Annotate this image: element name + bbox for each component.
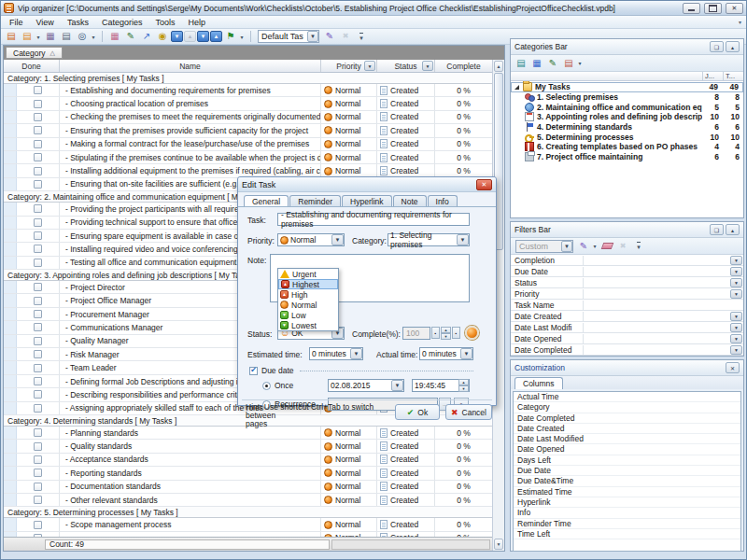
estimated-time-arrow-icon[interactable]: ▼ (350, 348, 362, 359)
done-checkbox[interactable] (34, 442, 42, 451)
priority-combo[interactable]: Normal ▼ (277, 233, 345, 246)
done-checkbox[interactable] (34, 140, 42, 148)
status-cell[interactable]: Created (377, 84, 435, 96)
task-row[interactable]: - Ensuring that the premises provide suf… (4, 124, 492, 137)
filter-dropdown-icon[interactable]: ▼ (730, 267, 742, 276)
task-name-cell[interactable]: - Quality standards (60, 440, 321, 452)
new-organizer-icon[interactable] (20, 30, 35, 43)
status-filter-button[interactable]: ▼ (422, 61, 433, 71)
priority-option-low[interactable]: ▼Low (278, 310, 338, 320)
column-option[interactable]: Time Left (514, 529, 740, 539)
status-cell[interactable]: Created (377, 151, 435, 163)
new-category-icon[interactable] (514, 57, 529, 70)
complete-cell[interactable]: 0 % (435, 518, 492, 530)
filter-row[interactable]: Completion▼ (511, 255, 743, 266)
status-cell[interactable]: Created (377, 97, 435, 109)
priority-filter-button[interactable]: ▼ (364, 61, 375, 71)
actual-time-arrow-icon[interactable]: ▼ (460, 348, 472, 359)
status-cell[interactable]: Created (377, 111, 435, 123)
done-checkbox[interactable] (34, 350, 42, 358)
done-checkbox[interactable] (34, 521, 42, 529)
done-checkbox[interactable] (34, 469, 42, 477)
task-name-cell[interactable]: - Ensuring that the premises provide suf… (60, 124, 321, 136)
done-checkbox[interactable] (34, 180, 42, 189)
complete-increase-button[interactable]: ▪ (452, 327, 460, 339)
done-checkbox[interactable] (34, 86, 42, 94)
done-checkbox[interactable] (34, 245, 42, 253)
print-icon[interactable] (59, 30, 74, 43)
column-option[interactable]: Date Completed (514, 413, 740, 424)
complete-indicator-button[interactable] (465, 326, 479, 340)
filter-row[interactable]: Date Created▼ (511, 311, 743, 322)
task-row[interactable]: - Making a formal contract for the lease… (4, 138, 492, 151)
complete-cell[interactable]: 0 % (435, 494, 492, 506)
priority-cell[interactable]: Normal (321, 494, 377, 506)
menu-tools[interactable]: Tools (148, 17, 181, 28)
filter-row[interactable]: Date Completed▼ (511, 344, 743, 356)
complete-cell[interactable]: 0 % (435, 138, 492, 150)
priority-cell[interactable]: Normal (321, 481, 377, 493)
column-j[interactable]: J... (702, 72, 723, 80)
status-cell[interactable]: Created (377, 454, 435, 466)
dialog-tab-general[interactable]: General (244, 195, 289, 206)
task-name-cell[interactable]: - Documentation standards (60, 481, 321, 493)
column-option[interactable]: Actual Time (514, 392, 740, 402)
filter-row[interactable]: Due Date▼ (511, 266, 743, 277)
menu-file[interactable]: File (3, 17, 30, 28)
filter-dropdown-icon[interactable]: ▼ (730, 256, 742, 265)
done-checkbox[interactable] (34, 337, 42, 345)
task-row[interactable]: - Acceptance standardsNormalCreated0 % (4, 454, 492, 467)
print-preview-icon-dropdown-icon[interactable]: ▾ (90, 30, 97, 43)
column-option[interactable]: Info (514, 508, 740, 518)
done-checkbox[interactable] (34, 297, 42, 305)
done-checkbox[interactable] (34, 404, 42, 413)
done-checkbox[interactable] (34, 153, 42, 161)
restore-button[interactable] (704, 3, 722, 14)
priority-cell[interactable]: Normal (321, 151, 377, 163)
done-checkbox[interactable] (34, 377, 42, 385)
category-tree-item[interactable]: 3. Appointing roles and defining job des… (511, 112, 743, 122)
task-row[interactable]: - Other relevant standardsNormalCreated0… (4, 494, 492, 507)
done-checkbox[interactable] (34, 428, 42, 437)
move-down-icon[interactable] (171, 31, 183, 42)
priority-cell[interactable]: Normal (321, 84, 377, 96)
column-option[interactable]: Days Left (514, 455, 740, 466)
complete-cell[interactable]: 0 % (435, 164, 492, 176)
due-date-checkbox[interactable]: ✔ (249, 367, 258, 375)
menu-categories[interactable]: Categories (95, 17, 149, 28)
menu-tasks[interactable]: Tasks (61, 17, 95, 28)
priority-option-normal[interactable]: Normal (278, 300, 338, 310)
dialog-tab-info[interactable]: Info (428, 195, 458, 206)
category-combo-arrow-icon[interactable]: ▼ (457, 234, 469, 245)
category-tree-item[interactable]: 1. Selecting premises88 (511, 92, 743, 103)
complete-cell[interactable]: 0 % (435, 151, 492, 163)
priority-cell[interactable]: Normal (321, 124, 377, 136)
task-row[interactable]: - Reporting standardsNormalCreated0 % (4, 467, 492, 480)
done-checkbox[interactable] (34, 204, 42, 213)
column-header-status[interactable]: Status▼ (377, 60, 435, 72)
once-date-arrow-icon[interactable]: ▼ (391, 380, 403, 391)
tab-columns[interactable]: Columns (514, 377, 563, 389)
edit-category-icon[interactable] (545, 57, 560, 70)
category-tree-item[interactable]: 4. Determining standards66 (511, 122, 743, 133)
priority-cell[interactable]: Normal (321, 138, 377, 150)
ok-button[interactable]: ✔Ok (395, 404, 440, 420)
complete-cell[interactable]: 0 % (435, 84, 492, 96)
column-option[interactable]: Estimated Time (514, 487, 740, 497)
filter-dropdown-icon[interactable]: ▼ (730, 289, 742, 299)
priority-cell[interactable]: Normal (321, 454, 377, 466)
filter-row[interactable]: Task Name (511, 300, 743, 311)
done-checkbox[interactable] (34, 483, 42, 491)
duplicate-task-icon[interactable] (139, 30, 154, 43)
done-checkbox[interactable] (34, 390, 42, 399)
categories-dock-icon[interactable]: ❏ (710, 41, 724, 52)
minimize-button[interactable] (683, 3, 700, 14)
column-header-complete[interactable]: Complete (435, 60, 492, 72)
done-checkbox[interactable] (34, 455, 42, 464)
collapse-all-icon[interactable] (210, 31, 222, 42)
task-view-combo[interactable]: Default Tas ▼ (258, 30, 319, 43)
task-view-combo-arrow-icon[interactable]: ▼ (307, 31, 318, 42)
organizer-icon[interactable] (4, 30, 19, 43)
task-row[interactable]: - Documentation standardsNormalCreated0 … (4, 481, 492, 494)
edit-task-icon[interactable] (123, 30, 138, 43)
